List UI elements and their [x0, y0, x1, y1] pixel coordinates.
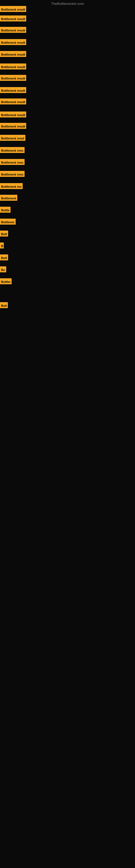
text-cursor	[0, 243, 1, 247]
bottleneck-badge: Bottler	[0, 278, 12, 284]
bottleneck-badge: Bottleneck res	[0, 183, 23, 189]
bottleneck-badge: Bott	[0, 254, 8, 260]
bottleneck-badge: Bottleneck result	[0, 6, 26, 12]
bottleneck-badge: Bottleneck result	[0, 75, 26, 81]
site-title: TheBottlenecker.com	[51, 2, 84, 6]
bottleneck-badge: Bottleneck result	[0, 98, 26, 104]
bottleneck-badge: Bottleneck result	[0, 16, 26, 22]
bottleneck-badge: Bolt	[0, 302, 8, 308]
bottleneck-badge: Bottleneck result	[0, 27, 26, 33]
bottleneck-badge: Bottleneck result	[0, 112, 26, 118]
bottleneck-badge: Bottlenec	[0, 219, 16, 225]
bottleneck-badge: Bottleneck result	[0, 39, 26, 45]
bottleneck-badge: Bottle	[0, 207, 10, 213]
bottleneck-badge: Bottleneck resu	[0, 159, 25, 165]
bottleneck-badge: Bottleneck result	[0, 51, 26, 57]
bottleneck-badge: Bottleneck resu	[0, 171, 25, 177]
bottleneck-badge: Bott	[0, 230, 8, 237]
bottleneck-badge: Bottleneck result	[0, 63, 26, 69]
bottleneck-badge: Bottleneck resul	[0, 135, 26, 141]
bottleneck-badge: Bottleneck resu	[0, 147, 25, 153]
bottleneck-badge: Bottleneck result	[0, 123, 26, 129]
bottleneck-badge: B	[0, 243, 4, 248]
bottleneck-badge: Bottleneck	[0, 195, 17, 201]
bottleneck-badge: Bottleneck result	[0, 87, 26, 93]
bottleneck-badge: Bo	[0, 267, 6, 272]
